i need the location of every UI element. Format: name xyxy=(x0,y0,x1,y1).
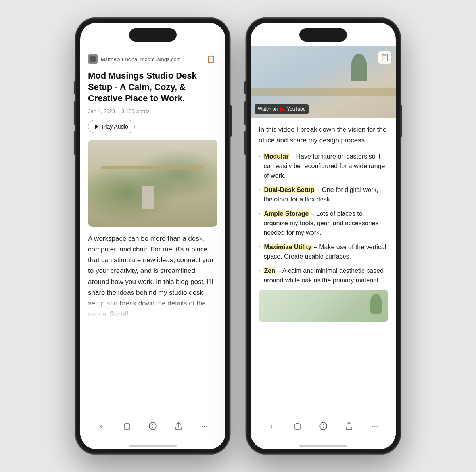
youtube-brand: YouTube xyxy=(287,106,305,112)
highlight-item-dualdesk: · Dual-Desk Setup – One for digital work… xyxy=(259,185,388,204)
highlight-item-utility: · Maximize Utility – Make use of the ver… xyxy=(259,242,388,261)
svg-rect-2 xyxy=(295,424,300,429)
youtube-watch-overlay[interactable]: Watch on ▶ YouTube xyxy=(255,104,309,114)
right-phone-screen: Watch on ▶ YouTube 📋 In this video I bre… xyxy=(251,23,396,449)
right-article-content: In this video I break down the vision fo… xyxy=(251,118,396,328)
nav-back-button[interactable]: ‹ xyxy=(95,420,107,432)
home-indicator-right xyxy=(251,441,396,449)
highlight-list: · Modular – Have furniture on casters so… xyxy=(259,152,388,285)
source-name: Matthew Encina, modmusings.com xyxy=(101,56,181,62)
bullet-zen: · xyxy=(259,267,260,274)
dynamic-island-right xyxy=(299,28,347,42)
play-audio-label: Play Audio xyxy=(102,123,128,130)
article-body-text: A workspace can be more than a desk, com… xyxy=(88,235,213,318)
desk-photo xyxy=(88,140,217,227)
office-plant xyxy=(351,54,367,81)
term-utility: Maximize Utility xyxy=(264,244,311,250)
right-intro-text: In this video I break down the vision fo… xyxy=(259,124,388,146)
left-screen-content: Matthew Encina, modmusings.com 📋 Mod Mus… xyxy=(80,23,225,414)
left-phone-screen: Matthew Encina, modmusings.com 📋 Mod Mus… xyxy=(80,23,225,449)
bullet-storage: · xyxy=(259,210,260,217)
home-indicator-left xyxy=(80,441,225,449)
article-body: A workspace can be more than a desk, com… xyxy=(88,233,217,320)
article-body-wrapper: A workspace can be more than a desk, com… xyxy=(88,233,217,320)
bottom-nav-left: ‹ ··· xyxy=(80,414,225,441)
nav-delete-button-right[interactable] xyxy=(291,420,304,432)
article-meta-row: Matthew Encina, modmusings.com 📋 xyxy=(88,53,217,65)
mute-button xyxy=(74,81,75,94)
dynamic-island-left xyxy=(129,28,177,42)
mute-button-right xyxy=(244,81,246,94)
bottom-nav-right: ‹ ··· xyxy=(251,414,396,441)
nav-share-button[interactable] xyxy=(172,420,185,432)
article-info: Jan 4, 2023 3,100 words xyxy=(88,108,217,114)
home-bar-right xyxy=(299,445,347,447)
highlight-term-dualdesk: Dual-Desk Setup xyxy=(263,186,315,193)
right-bottom-image xyxy=(259,290,388,322)
article-source: Matthew Encina, modmusings.com xyxy=(88,54,181,64)
home-bar xyxy=(129,445,177,447)
power-button-right xyxy=(401,105,402,137)
volume-down-button-right xyxy=(244,131,246,155)
youtube-thumbnail[interactable]: Watch on ▶ YouTube 📋 xyxy=(251,46,396,118)
article-title: Mod Musings Studio Desk Setup - A Calm, … xyxy=(88,70,217,104)
volume-up-button-right xyxy=(244,101,246,125)
highlight-term-zen: Zen xyxy=(263,267,275,274)
article-date: Jan 4, 2023 xyxy=(88,108,115,114)
power-button xyxy=(230,105,232,137)
highlight-item-zen: · Zen – A calm and minimal aesthetic bas… xyxy=(259,266,388,285)
youtube-logo: ▶ xyxy=(280,106,284,112)
source-icon xyxy=(88,54,98,64)
play-icon xyxy=(95,124,99,129)
desc-zen: – A calm and minimal aesthetic based aro… xyxy=(263,267,384,284)
nav-delete-button[interactable] xyxy=(121,420,133,432)
highlight-text-storage: Ample Storage – Lots of places to organi… xyxy=(263,209,388,238)
left-phone: Matthew Encina, modmusings.com 📋 Mod Mus… xyxy=(75,18,230,454)
article-hero-image xyxy=(88,140,217,227)
bullet-utility: · xyxy=(259,243,260,250)
action-icon-right[interactable]: 📋 xyxy=(378,51,391,64)
article-word-count: 3,100 words xyxy=(121,108,150,114)
right-screen-content: Watch on ▶ YouTube 📋 In this video I bre… xyxy=(251,23,396,414)
nav-compass-button[interactable] xyxy=(146,420,159,432)
action-icon-left[interactable]: 📋 xyxy=(205,53,217,65)
nav-compass-button-right[interactable] xyxy=(317,420,330,432)
office-desk xyxy=(251,88,396,96)
source-icon-inner xyxy=(90,56,96,62)
volume-down-button xyxy=(74,131,75,155)
highlight-term-modular: Modular xyxy=(263,153,289,160)
term-storage: Ample Storage xyxy=(264,210,309,217)
svg-point-3 xyxy=(320,422,327,430)
svg-point-1 xyxy=(149,422,156,430)
desk-shelf xyxy=(101,166,205,169)
article-screen: Matthew Encina, modmusings.com 📋 Mod Mus… xyxy=(80,46,225,414)
highlight-text-modular: Modular – Have furniture on casters so i… xyxy=(263,152,388,180)
nav-more-button[interactable]: ··· xyxy=(198,420,211,432)
nav-back-button-right[interactable]: ‹ xyxy=(265,420,278,432)
highlight-item-storage: · Ample Storage – Lots of places to orga… xyxy=(259,209,388,238)
highlight-term-storage: Ample Storage xyxy=(263,210,309,217)
preview-plant xyxy=(370,294,382,314)
right-phone: Watch on ▶ YouTube 📋 In this video I bre… xyxy=(246,18,401,454)
term-zen: Zen xyxy=(264,267,275,274)
highlight-text-zen: Zen – A calm and minimal aesthetic based… xyxy=(263,266,388,285)
play-audio-button[interactable]: Play Audio xyxy=(88,120,135,133)
highlight-item-modular: · Modular – Have furniture on casters so… xyxy=(259,152,388,180)
svg-rect-0 xyxy=(124,424,130,429)
nav-more-button-right[interactable]: ··· xyxy=(369,420,381,432)
bullet-modular: · xyxy=(259,153,260,160)
term-modular: Modular xyxy=(264,153,288,160)
term-dualdesk: Dual-Desk Setup xyxy=(264,186,314,193)
highlight-text-utility: Maximize Utility – Make use of the verti… xyxy=(263,242,388,261)
volume-up-button xyxy=(74,101,75,125)
scroll-hint: Scroll xyxy=(110,310,129,318)
watch-on-label: Watch on xyxy=(258,106,278,112)
bullet-dualdesk: · xyxy=(259,186,260,193)
nav-share-button-right[interactable] xyxy=(343,420,355,432)
highlight-text-dualdesk: Dual-Desk Setup – One for digital work, … xyxy=(263,185,388,204)
desk-person xyxy=(142,186,154,209)
highlight-term-utility: Maximize Utility xyxy=(263,244,312,250)
